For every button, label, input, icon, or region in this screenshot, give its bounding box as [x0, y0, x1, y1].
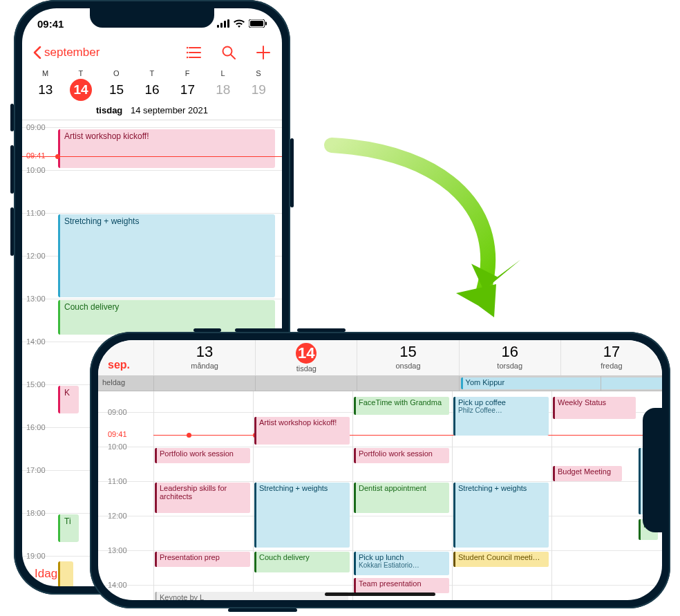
event-lunch[interactable]: Pick up lunchKokkari Estiatorio… — [354, 552, 449, 575]
date-cell[interactable]: 19 — [241, 79, 276, 101]
battery-icon — [249, 19, 267, 28]
event-portfolio-1[interactable]: Portfolio work session — [155, 448, 250, 463]
svg-point-11 — [187, 52, 188, 54]
list-view-button[interactable] — [187, 45, 202, 60]
day-column-header[interactable]: 13måndag — [153, 340, 255, 375]
event-budget[interactable]: Budget Meeting — [553, 466, 622, 481]
chevron-left-icon — [33, 46, 41, 59]
hour-label: 14:00 — [108, 581, 127, 589]
date-picker-row: 13 14 15 16 17 18 19 — [22, 77, 282, 105]
home-indicator[interactable] — [325, 592, 435, 596]
day-column-header[interactable]: 17fredag — [560, 340, 662, 375]
weekday-label: T — [134, 69, 169, 77]
hour-label: 17:00 — [26, 466, 46, 474]
event-dentist[interactable]: Dentist appointment — [354, 483, 449, 513]
add-event-button[interactable] — [256, 45, 271, 60]
svg-rect-6 — [265, 22, 267, 26]
hour-label: 10:00 — [26, 166, 46, 174]
date-cell[interactable]: 18 — [205, 79, 240, 101]
event-team[interactable]: Team presentation — [354, 578, 449, 593]
date-cell-today[interactable]: 14 — [63, 79, 98, 101]
hour-label: 09:00 — [26, 123, 46, 131]
week-header: sep. 13måndag 14tisdag 15onsdag 16torsda… — [98, 340, 662, 376]
weekday-label: L — [205, 69, 240, 77]
event-stretching[interactable]: Stretching + weights — [58, 214, 275, 297]
hour-label: 11:00 — [26, 209, 46, 217]
search-icon — [222, 46, 236, 59]
svg-rect-0 — [217, 25, 219, 28]
svg-rect-1 — [220, 23, 223, 28]
date-cell[interactable]: 17 — [170, 79, 205, 101]
status-bar: 09:41 — [22, 8, 282, 39]
svg-rect-2 — [224, 21, 226, 28]
hour-label: 19:00 — [26, 552, 46, 560]
rotate-arrow-icon — [290, 131, 532, 339]
hour-label: 15:00 — [26, 380, 46, 389]
weekday-label: S — [241, 69, 276, 77]
now-indicator: 09:41 — [153, 435, 662, 436]
svg-point-10 — [187, 47, 188, 49]
date-cell[interactable]: 15 — [99, 79, 134, 101]
hour-label: 09:00 — [108, 408, 127, 416]
status-time: 09:41 — [37, 18, 64, 30]
event-leadership[interactable]: Leadership skills for architects — [155, 483, 250, 513]
day-navbar: september — [22, 39, 282, 66]
hour-label: 12:00 — [108, 512, 127, 520]
event-couch[interactable]: Couch delivery — [254, 552, 350, 572]
date-cell[interactable]: 13 — [28, 79, 63, 101]
hour-label: 18:00 — [26, 509, 46, 517]
signal-icon — [217, 19, 229, 28]
wifi-icon — [234, 19, 245, 28]
weekday-label: M — [28, 69, 63, 77]
weekday-label: O — [99, 69, 134, 77]
event-prep[interactable]: Presentation prep — [155, 552, 250, 567]
svg-rect-3 — [227, 19, 229, 28]
month-label[interactable]: sep. — [98, 340, 153, 375]
calendar-week-view: sep. 13måndag 14tisdag 15onsdag 16torsda… — [98, 340, 662, 600]
day-column-header-today[interactable]: 14tisdag — [255, 340, 357, 375]
allday-row: heldag Yom Kippur — [98, 376, 662, 391]
event-coffee[interactable]: Pick up coffeePhilz Coffee… — [453, 397, 549, 436]
event-artist-workshop[interactable]: Artist workshop kickoff! — [58, 129, 275, 168]
hour-label: 12:00 — [26, 252, 46, 260]
hour-label: 11:00 — [108, 477, 127, 485]
plus-icon — [256, 46, 270, 59]
weekday-header: M T O T F L S — [22, 66, 282, 77]
event-artist[interactable]: Artist workshop kickoff! — [254, 417, 350, 445]
status-indicators — [217, 19, 267, 28]
hour-label: 16:00 — [26, 423, 46, 431]
day-column-header[interactable]: 16torsdag — [459, 340, 560, 375]
full-date-label: tisdag 14 september 2021 — [22, 105, 282, 120]
week-grid[interactable]: 09:00 10:00 11:00 12:00 13:00 14:00 09:4… — [98, 391, 662, 600]
hour-label: 13:00 — [26, 295, 46, 303]
hour-label: 13:00 — [108, 546, 127, 554]
event-weekly[interactable]: Weekly Status — [553, 397, 636, 419]
date-cell[interactable]: 16 — [134, 79, 169, 101]
today-button[interactable]: Idag — [35, 567, 57, 581]
event-truncated[interactable] — [58, 561, 73, 586]
event-stretch-2[interactable]: Stretching + weights — [453, 483, 549, 548]
hour-label: 14:00 — [26, 337, 46, 346]
day-column-header[interactable]: 15onsdag — [357, 340, 458, 375]
event-truncated[interactable]: K — [58, 386, 79, 413]
allday-label: heldag — [98, 376, 153, 391]
search-button[interactable] — [221, 45, 236, 60]
svg-line-14 — [231, 55, 235, 59]
weekday-label: T — [63, 69, 98, 77]
event-truncated[interactable]: Ti — [58, 514, 79, 542]
hour-label: 10:00 — [108, 442, 127, 451]
back-label: september — [44, 46, 100, 59]
svg-point-12 — [187, 57, 188, 59]
now-indicator: 09:41 — [22, 156, 282, 157]
weekday-label: F — [170, 69, 205, 77]
svg-rect-5 — [250, 21, 263, 26]
event-council[interactable]: Student Council meeti… — [453, 552, 549, 567]
event-keynote[interactable]: Keynote by L — [155, 592, 348, 600]
event-portfolio-2[interactable]: Portfolio work session — [354, 448, 449, 463]
event-stretch-1[interactable]: Stretching + weights — [254, 483, 350, 548]
back-button[interactable]: september — [33, 46, 100, 59]
event-facetime[interactable]: FaceTime with Grandma — [354, 397, 449, 415]
phone-landscape-frame: sep. 13måndag 14tisdag 15onsdag 16torsda… — [90, 332, 670, 608]
list-icon — [187, 46, 202, 59]
